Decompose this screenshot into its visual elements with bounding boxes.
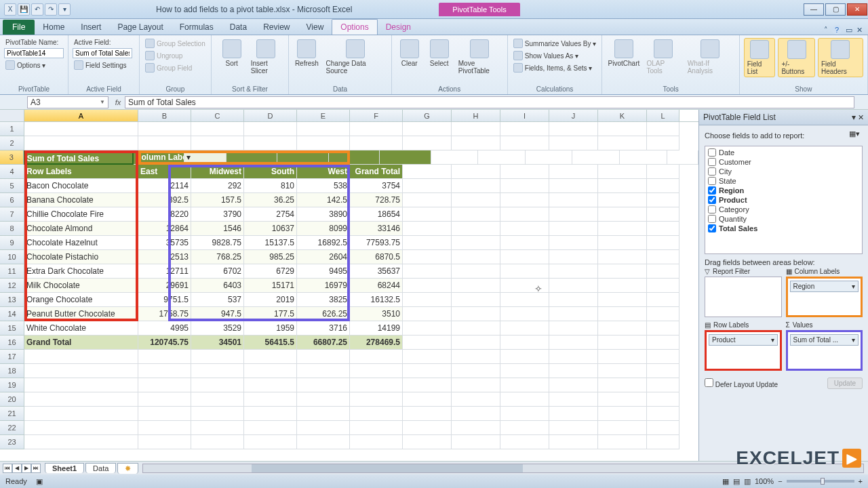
col-header-b[interactable]: B: [138, 110, 191, 121]
cell[interactable]: [549, 421, 598, 435]
cell[interactable]: [549, 392, 598, 407]
cell[interactable]: 56415.5: [244, 336, 297, 350]
cell[interactable]: [500, 264, 549, 279]
field-list-layout-icon[interactable]: ▦▾: [849, 129, 863, 142]
pivottable-name-input[interactable]: [4, 48, 64, 58]
cell[interactable]: 3825: [297, 293, 350, 307]
cell[interactable]: [191, 378, 244, 392]
cell[interactable]: [350, 136, 403, 150]
cell[interactable]: [244, 122, 297, 136]
minimize-button[interactable]: —: [804, 3, 824, 16]
cell[interactable]: [403, 407, 452, 421]
cell[interactable]: [350, 435, 403, 449]
close-button[interactable]: ✕: [847, 3, 867, 16]
cell[interactable]: Peanut Butter Chocolate: [24, 307, 138, 321]
move-pivottable-button[interactable]: Move PivotTable: [456, 38, 503, 76]
cell[interactable]: 538: [297, 179, 350, 193]
cell[interactable]: [350, 378, 403, 392]
cell[interactable]: [403, 378, 452, 392]
cell[interactable]: [191, 364, 244, 378]
cell[interactable]: [598, 236, 647, 250]
sheet-nav-prev-icon[interactable]: ◀: [12, 464, 22, 473]
field-checkbox[interactable]: [708, 215, 716, 223]
row-header[interactable]: 15: [0, 321, 24, 336]
macro-record-icon[interactable]: ▣: [36, 477, 43, 485]
cell[interactable]: [549, 407, 598, 421]
cell[interactable]: [598, 136, 647, 150]
undo-icon[interactable]: ↶: [31, 3, 43, 16]
view-page-layout-icon[interactable]: ▤: [733, 477, 740, 486]
cell[interactable]: Milk Chocolate: [24, 279, 138, 293]
cell[interactable]: [297, 364, 350, 378]
cell[interactable]: [500, 321, 549, 336]
cell[interactable]: [500, 307, 549, 321]
cell[interactable]: [403, 421, 452, 435]
cell[interactable]: [24, 122, 138, 136]
cell[interactable]: [667, 150, 698, 165]
cell[interactable]: 3529: [191, 321, 244, 336]
cell[interactable]: Bacon Chocolate: [24, 179, 138, 193]
cell[interactable]: 15171: [244, 279, 297, 293]
col-header-f[interactable]: F: [350, 110, 403, 121]
cell[interactable]: [244, 435, 297, 449]
cell[interactable]: [549, 364, 598, 378]
cell[interactable]: 2114: [138, 179, 191, 193]
cell[interactable]: East: [138, 165, 191, 179]
cell[interactable]: 2754: [244, 207, 297, 222]
cell[interactable]: [138, 378, 191, 392]
cell[interactable]: [549, 321, 598, 336]
cell[interactable]: 34501: [191, 336, 244, 350]
col-header-e[interactable]: E: [297, 110, 350, 121]
cell[interactable]: [24, 378, 138, 392]
cell[interactable]: [350, 350, 403, 364]
cell[interactable]: [452, 364, 500, 378]
row-header[interactable]: 19: [0, 378, 24, 392]
cell[interactable]: [549, 307, 598, 321]
cell[interactable]: [244, 407, 297, 421]
cell[interactable]: 16892.5: [297, 236, 350, 250]
cell[interactable]: 3716: [297, 321, 350, 336]
cell[interactable]: [500, 336, 549, 350]
chevron-down-icon[interactable]: ▾: [771, 336, 774, 344]
cell[interactable]: Extra Dark Chocolate: [24, 264, 138, 279]
cell[interactable]: Grand Total: [350, 165, 403, 179]
tab-review[interactable]: Review: [255, 20, 298, 35]
row-header[interactable]: 5: [0, 179, 24, 193]
cell[interactable]: [452, 279, 500, 293]
cell[interactable]: [277, 150, 328, 165]
col-header-a[interactable]: A: [24, 110, 138, 121]
cell[interactable]: 728.75: [350, 193, 403, 207]
cell[interactable]: 16979: [297, 279, 350, 293]
cell[interactable]: [329, 150, 380, 165]
cell[interactable]: 537: [191, 293, 244, 307]
row-header[interactable]: 18: [0, 364, 24, 378]
cell[interactable]: [598, 165, 647, 179]
cell[interactable]: [452, 122, 500, 136]
row-header[interactable]: 8: [0, 222, 24, 236]
fx-button[interactable]: fx: [111, 98, 125, 106]
row-header[interactable]: 20: [0, 392, 24, 407]
cell[interactable]: 3890: [297, 207, 350, 222]
cell[interactable]: 9828.75: [191, 236, 244, 250]
pivotchart-button[interactable]: PivotChart: [606, 38, 641, 68]
cell[interactable]: [403, 435, 452, 449]
cell[interactable]: 15137.5: [244, 236, 297, 250]
cell[interactable]: [452, 165, 500, 179]
tab-page-layout[interactable]: Page Layout: [109, 20, 171, 35]
cell[interactable]: [226, 150, 277, 165]
cell[interactable]: 2019: [244, 293, 297, 307]
cell[interactable]: [403, 307, 452, 321]
cell[interactable]: 8099: [297, 222, 350, 236]
cell[interactable]: [403, 350, 452, 364]
field-item-customer[interactable]: Customer: [708, 157, 859, 167]
cell[interactable]: [452, 321, 500, 336]
cell[interactable]: [244, 392, 297, 407]
cell[interactable]: [452, 250, 500, 264]
row-header[interactable]: 17: [0, 350, 24, 364]
cell[interactable]: [24, 421, 138, 435]
cell[interactable]: [647, 336, 679, 350]
redo-icon[interactable]: ↷: [45, 3, 57, 16]
cell[interactable]: [598, 336, 647, 350]
cell[interactable]: [598, 378, 647, 392]
sheet-tab-data[interactable]: Data: [85, 463, 116, 473]
